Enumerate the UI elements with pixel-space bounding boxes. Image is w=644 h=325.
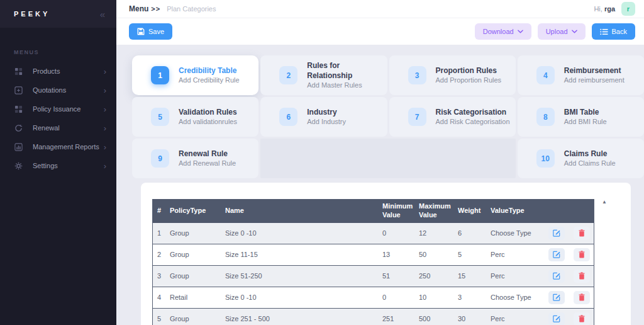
delete-row-button[interactable] [574,227,590,240]
table-row: 1 Group Size 0 -10 0 12 6 Choose Type [153,223,594,244]
edit-row-button[interactable] [548,270,565,283]
table-row: 2 Group Size 11-15 13 50 5 Perc [153,244,594,266]
top-bar: Menu >> Plan Categories Hi, rga r [116,0,644,18]
edit-row-button[interactable] [548,227,565,240]
category-subtitle: Add Renewal Rule [179,159,236,168]
avatar[interactable]: r [621,2,635,16]
category-title: Renewal Rule [179,149,236,159]
grid-icon [14,105,23,113]
toolbar: Save Download Upload Back [116,18,644,45]
chevron-right-icon: › [104,143,106,151]
table-header-cell: Weight [453,203,486,219]
category-card[interactable]: 1 Credibility Table Add Credibility Rule [132,55,258,95]
category-number-badge: 10 [536,149,555,168]
category-card[interactable]: 4 Reimbursement Add reimbursement [518,55,644,95]
category-card[interactable]: 2 Rules for Relationship Add Master Rule… [260,55,387,95]
trash-icon [579,229,585,237]
category-title: Industry [307,107,346,117]
table-header-row: # PolicyType Name Minimum Value Maximum … [153,199,594,223]
category-number-badge: 9 [151,149,169,168]
credibility-table: # PolicyType Name Minimum Value Maximum … [152,199,594,325]
grid-icon [14,67,23,76]
list-icon [600,28,608,35]
sidebar-item[interactable]: Management Reports › [0,137,116,156]
sync-icon [14,123,23,132]
category-title: Reimbursement [564,66,625,76]
category-card[interactable]: 6 Industry Add Industry [260,97,387,137]
download-button[interactable]: Download [475,23,531,40]
chevron-down-icon [518,30,523,33]
sidebar-item-label: Quotations [33,86,104,94]
category-card[interactable]: 3 Proportion Rules Add Proportion Rules [389,55,516,95]
breadcrumb: Menu >> Plan Categories [129,4,216,13]
sidebar-item[interactable]: Quotations › [0,81,116,100]
table-header-cell: Minimum Value [378,199,414,223]
sidebar-collapse-icon[interactable]: « [100,9,105,20]
edit-icon [553,229,560,237]
scroll-up-arrow[interactable]: ▲ [602,199,607,205]
edit-row-button[interactable] [548,291,565,304]
sidebar-item[interactable]: Renewal › [0,118,116,137]
cell-name: Size 0 -10 [221,229,378,237]
category-title: Proportion Rules [436,66,502,76]
category-subtitle: Add Credibility Rule [179,76,240,85]
category-subtitle: Add Risk Categorisation [436,117,510,127]
empty-card-slot [260,139,516,178]
category-number-badge: 5 [151,108,169,126]
sidebar-item-label: Management Reports [33,143,104,151]
chevron-right-icon: › [104,105,106,113]
plus-square-icon [14,86,23,94]
sidebar-section-label: MENUS [0,28,116,62]
save-button[interactable]: Save [129,23,172,40]
table-header-cell: # [153,203,165,219]
table-header-cell [569,208,594,214]
cell-weight: 15 [453,272,486,280]
edit-icon [553,294,560,301]
table-row: 3 Group Size 51-250 51 250 15 Perc [153,266,594,287]
edit-row-button[interactable] [548,248,565,261]
sidebar-item[interactable]: Policy Issuance › [0,100,116,118]
chevron-right-icon: › [104,124,106,132]
trash-icon [579,315,585,322]
cell-value-type: Perc [486,315,544,322]
chevron-down-icon [572,30,577,33]
category-card[interactable]: 9 Renewal Rule Add Renewal Rule [132,139,258,178]
category-card[interactable]: 7 Risk Categorisation Add Risk Categoris… [389,97,516,137]
category-card[interactable]: 5 Validation Rules Add validationrules [132,97,258,137]
sidebar: PEEKY « MENUS Products › Quotations › Po… [0,0,116,325]
sidebar-item[interactable]: Settings › [0,156,116,175]
category-subtitle: Add Claims Rule [564,159,616,168]
cell-max-value: 250 [414,272,453,280]
delete-row-button[interactable] [574,270,590,283]
chart-icon [14,142,23,151]
cell-min-value: 0 [378,229,414,237]
cell-max-value: 10 [414,294,453,301]
upload-button[interactable]: Upload [538,23,586,40]
content-area: 1 Credibility Table Add Credibility Rule… [116,45,644,325]
cell-number: 4 [153,294,165,301]
category-card[interactable]: 10 Claims Rule Add Claims Rule [518,139,644,178]
back-button[interactable]: Back [592,23,635,40]
category-number-badge: 2 [279,66,297,84]
breadcrumb-root[interactable]: Menu [129,4,148,13]
cell-name: Size 251 - 500 [221,315,378,322]
category-number-badge: 8 [536,108,555,126]
edit-row-button[interactable] [548,312,565,325]
sidebar-item[interactable]: Products › [0,62,116,81]
user-menu: Hi, rga r [594,2,635,16]
category-card[interactable]: 8 BMI Table Add BMI Rule [518,97,644,137]
cell-number: 2 [153,251,165,258]
category-subtitle: Add Master Rules [307,81,387,90]
cell-value-type: Choose Type [486,294,544,301]
gear-icon [14,161,23,170]
delete-row-button[interactable] [574,291,590,304]
category-subtitle: Add reimbursement [564,76,625,85]
cell-min-value: 51 [378,272,414,280]
sidebar-item-label: Policy Issuance [33,105,104,113]
cell-policy-type: Group [165,251,221,258]
category-title: BMI Table [564,107,607,117]
delete-row-button[interactable] [574,312,590,325]
delete-row-button[interactable] [574,248,590,261]
category-title: Credibility Table [179,66,240,76]
cell-weight: 30 [453,315,486,322]
